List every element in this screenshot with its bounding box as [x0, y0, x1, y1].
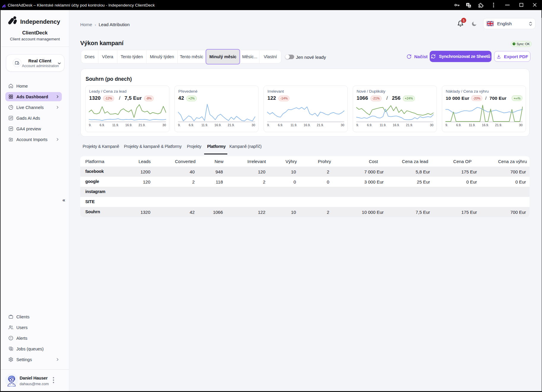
svg-text:21.9.: 21.9. [317, 123, 324, 127]
svg-text:16.9.: 16.9. [215, 123, 221, 127]
svg-text:6.9.: 6.9. [278, 123, 283, 127]
svg-text:9.: 9. [89, 123, 92, 127]
svg-text:6.9.: 6.9. [189, 123, 194, 127]
svg-text:30: 30 [163, 123, 166, 127]
svg-text:9.: 9. [356, 123, 359, 127]
svg-text:9.: 9. [267, 123, 270, 127]
svg-text:16.9.: 16.9. [393, 123, 400, 127]
svg-text:11.9.: 11.9. [291, 123, 297, 127]
svg-text:9.: 9. [178, 123, 181, 127]
svg-text:11.9.: 11.9. [469, 123, 476, 127]
svg-text:21.9.: 21.9. [228, 123, 234, 127]
svg-text:16.9.: 16.9. [482, 123, 489, 127]
svg-text:11.9.: 11.9. [380, 123, 387, 127]
svg-text:21.9.: 21.9. [495, 123, 502, 127]
svg-text:6.9.: 6.9. [456, 123, 461, 127]
svg-text:11.9.: 11.9. [201, 123, 208, 127]
svg-text:30: 30 [252, 123, 255, 127]
svg-text:16.9.: 16.9. [304, 123, 311, 127]
svg-text:6.9.: 6.9. [367, 123, 372, 127]
svg-text:30: 30 [519, 123, 523, 127]
svg-text:21.9.: 21.9. [406, 123, 413, 127]
svg-text:16.9.: 16.9. [125, 123, 132, 127]
svg-text:30: 30 [430, 123, 434, 127]
svg-text:30: 30 [341, 123, 344, 127]
svg-text:21.9.: 21.9. [138, 123, 145, 127]
svg-text:9.: 9. [445, 123, 448, 127]
svg-text:11.9.: 11.9. [112, 123, 119, 127]
svg-text:6.9.: 6.9. [100, 123, 105, 127]
